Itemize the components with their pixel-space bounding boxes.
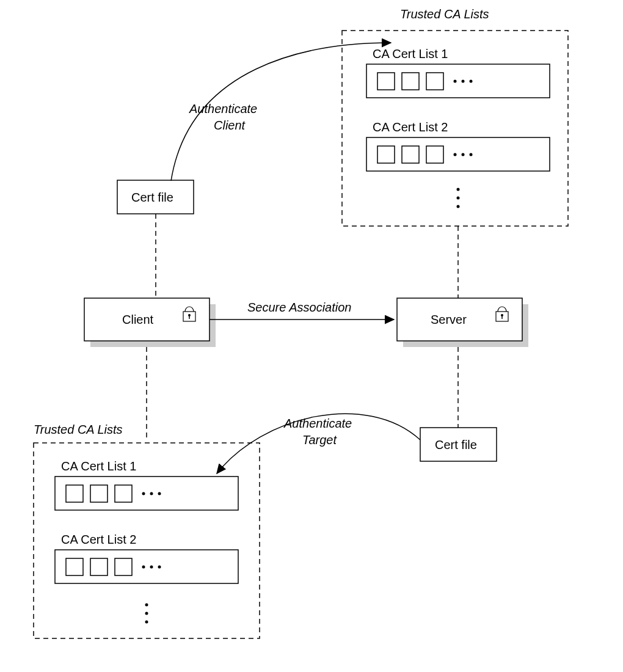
secure-association-label: Secure Association <box>247 301 351 314</box>
authenticate-client-label-2: Client <box>214 119 246 132</box>
cert-file-top-label: Cert file <box>131 191 173 204</box>
ca-cert-list1-top-label: CA Cert List 1 <box>373 47 448 60</box>
server-label: Server <box>431 313 467 326</box>
ca-cert-list2-bottom-label: CA Cert List 2 <box>61 533 136 546</box>
authenticate-target-label-1: Authenticate <box>283 417 352 430</box>
authenticate-target-label-2: Target <box>302 433 337 447</box>
ca-cert-list1-bottom <box>55 477 238 510</box>
authenticate-client-label-1: Authenticate <box>189 102 257 115</box>
trusted-top-vdots <box>457 188 460 208</box>
cert-file-bottom-label: Cert file <box>435 438 477 451</box>
trusted-bottom-vdots <box>145 604 148 624</box>
ca-cert-list1-top <box>366 64 550 98</box>
ca-cert-list1-bottom-label: CA Cert List 1 <box>61 459 136 473</box>
trusted-ca-lists-bottom-title: Trusted CA Lists <box>34 423 123 436</box>
trusted-ca-lists-top-title: Trusted CA Lists <box>400 7 489 21</box>
ca-cert-list2-top <box>366 137 550 171</box>
client-label: Client <box>122 313 154 326</box>
ca-cert-list2-top-label: CA Cert List 2 <box>373 120 448 134</box>
ca-cert-list2-bottom <box>55 550 238 583</box>
